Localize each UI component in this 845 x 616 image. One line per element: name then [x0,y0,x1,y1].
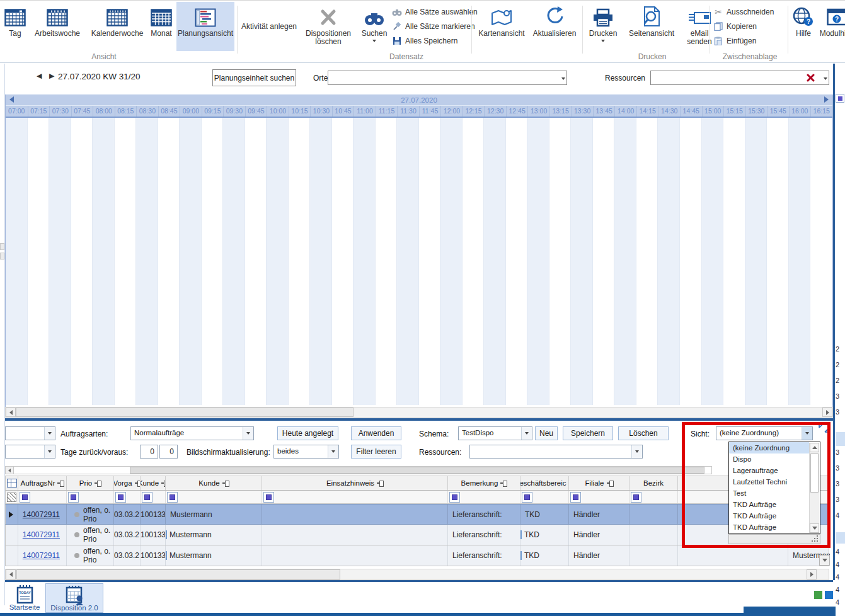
tage-zurueck-input[interactable]: 0 [140,445,158,459]
geschaeftsbereich-cell[interactable]: TKD [520,525,569,545]
cell[interactable] [678,545,788,566]
timeline-column[interactable] [93,118,115,405]
chevron-down-icon[interactable] [802,427,812,440]
chevron-down-icon[interactable] [521,427,532,440]
timeline-column[interactable] [115,118,137,405]
time-slot-header[interactable]: 08:30 [136,106,158,117]
ribbon-button-monat[interactable]: Monat [147,2,175,51]
pin-icon[interactable] [135,481,141,486]
table-row[interactable]: 140072911 offen, o. Prio 03.03.2 100133 … [5,525,829,545]
table-row[interactable]: 140072911 offen, o. Prio 03.03.2 100133 … [5,504,829,525]
time-slot-header[interactable]: 12:45 [506,106,528,117]
filiale-cell[interactable]: Händler [569,505,629,524]
timeline-column[interactable] [484,118,506,405]
grid-scroll-down-button[interactable] [819,555,830,566]
filter-cell[interactable] [6,491,18,503]
timeline-column[interactable] [419,118,441,405]
ribbon-button-tag[interactable]: Tag [3,2,28,51]
scroll-down-button[interactable] [810,523,819,533]
ribbon-button-ausschneiden[interactable]: ✂ Ausschneiden [713,6,774,18]
column-header-geschaeftsbereich[interactable]: Geschäftsbereic [520,476,569,490]
time-slot-header[interactable]: 08:00 [93,106,115,117]
clear-x-icon[interactable] [807,74,815,84]
bezirk-cell[interactable] [629,505,678,524]
timeline-column[interactable] [527,118,549,405]
column-filter-icon[interactable] [20,492,30,503]
collapsed-panel-handle[interactable] [0,253,4,260]
ribbon-button-modulhilfe[interactable]: ? Modulhilfe [818,2,845,51]
timeline-column[interactable] [702,118,724,405]
ribbon-button-seitenansicht[interactable]: Seitenansicht [623,2,681,51]
einsatzhinweis-cell[interactable] [262,545,448,566]
time-slot-header[interactable]: 16:15 [810,106,832,117]
timeline-column[interactable] [267,118,289,405]
chevron-down-icon[interactable] [243,427,253,440]
ribbon-button-arbeitswoche[interactable]: Arbeitswoche [29,2,86,51]
column-filter-icon[interactable] [449,492,460,503]
time-slot-header[interactable]: 15:00 [702,106,724,117]
filter-combo-top[interactable] [5,426,55,440]
kunde-nr-cell[interactable]: 100133 [141,545,166,566]
dropdown-option[interactable]: Dispo [729,453,809,465]
ribbon-button-planungsansicht[interactable]: Planungsansicht [176,2,234,51]
ribbon-button-email-senden[interactable]: eMail senden [683,2,716,51]
ribbon-button-aktivitaet-anlegen[interactable]: Aktivität anlegen [239,2,299,51]
time-slot-header[interactable]: 14:15 [636,106,658,117]
column-filter-icon[interactable] [631,492,641,503]
scroll-right-button[interactable] [807,569,817,579]
time-slot-header[interactable]: 12:15 [463,106,485,117]
timeline-column[interactable] [332,118,354,405]
filiale-cell[interactable]: Händler [569,545,629,566]
column-header-kunde-nr[interactable]: Kunde [141,476,166,490]
timeline-column[interactable] [593,118,615,405]
tab-startseite[interactable]: TODAY Startseite [6,583,43,613]
status-icon-green[interactable] [814,591,822,599]
timeline-column[interactable] [614,118,636,405]
prev-day-arrow[interactable]: ◀ [37,72,42,80]
scroll-left-button[interactable] [6,467,14,474]
column-filter-icon[interactable] [167,492,178,503]
filter-cell[interactable] [629,491,678,503]
time-slot-header[interactable]: 13:45 [593,106,615,117]
timeline-column[interactable] [549,118,572,405]
bemerkung-cell[interactable]: Lieferanschrift: [448,525,520,545]
timeline-column[interactable] [49,118,71,405]
ressourcen-filter-combobox[interactable] [469,445,643,459]
chevron-down-icon[interactable] [44,445,55,458]
column-filter-icon[interactable] [263,492,274,503]
bezirk-cell[interactable] [629,545,678,566]
einsatzhinweis-cell[interactable] [262,525,448,545]
timeline-column[interactable] [376,118,398,405]
time-slot-header[interactable]: 13:30 [571,106,593,117]
timeline-column[interactable] [680,118,702,405]
filter-cell[interactable] [114,491,141,503]
time-slot-header[interactable]: 14:45 [680,106,702,117]
filter-cell[interactable] [520,491,569,503]
timeline-column[interactable] [180,118,202,405]
prio-cell[interactable]: offen, o. Prio [67,525,114,545]
ribbon-button-einfuegen[interactable]: Einfügen [713,35,756,47]
time-slot-header[interactable]: 15:30 [745,106,767,117]
time-slot-header[interactable]: 07:15 [28,106,50,117]
time-slot-header[interactable]: 08:45 [158,106,180,117]
bemerkung-cell[interactable]: Lieferanschrift: [448,545,520,566]
timeline-column[interactable] [71,118,93,405]
scrollbar-thumb[interactable] [130,467,704,474]
chevron-down-icon[interactable] [328,445,338,458]
chevron-down-icon[interactable] [631,445,642,458]
ribbon-button-drucken[interactable]: Drucken [586,2,620,51]
timeline-column[interactable] [789,118,811,405]
timeline-column[interactable] [810,118,832,405]
ribbon-button-alles-speichern[interactable]: Alles Speichern [392,35,457,47]
scroll-left-button[interactable] [6,569,16,579]
ribbon-button-kopieren[interactable]: Kopieren [713,20,757,33]
timeline-column[interactable] [658,118,680,405]
anwenden-button[interactable]: Anwenden [351,426,401,440]
timeline-column[interactable] [354,118,376,405]
time-slot-header[interactable]: 14:30 [658,106,680,117]
time-slot-header[interactable]: 09:30 [223,106,245,117]
prio-cell[interactable]: offen, o. Prio [67,545,114,566]
filiale-cell[interactable]: Händler [569,525,629,545]
time-slot-header[interactable]: 07:45 [71,106,93,117]
column-filter-icon[interactable] [570,492,581,503]
